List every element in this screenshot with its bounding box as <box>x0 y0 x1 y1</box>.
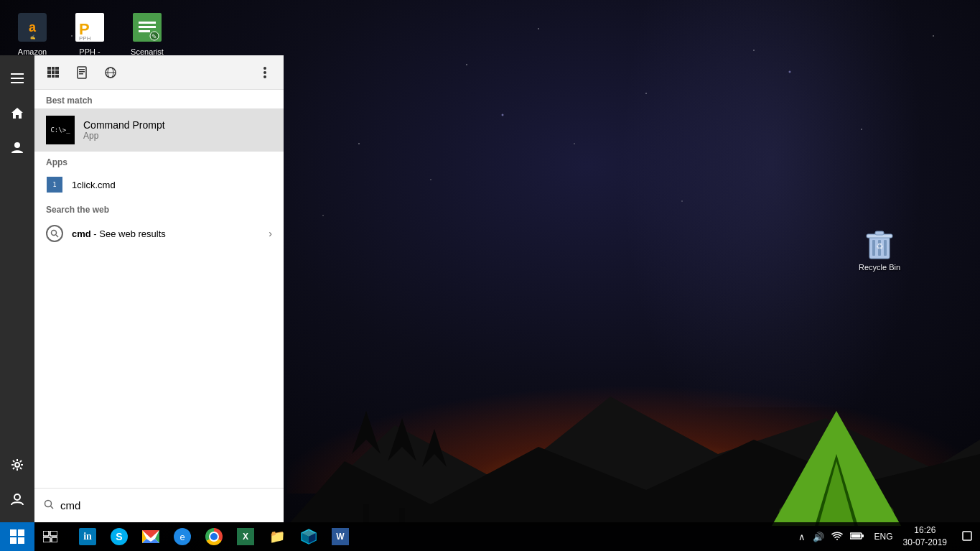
taskbar-icon-ie[interactable]: e <box>167 522 198 551</box>
svg-text:✍: ✍ <box>30 34 36 40</box>
taskbar-icon-linkedin[interactable]: in <box>72 522 103 551</box>
clock-time: 16:26 <box>914 524 935 537</box>
svg-rect-39 <box>79 69 85 70</box>
notification-button[interactable] <box>954 522 980 551</box>
search-bar-icon <box>43 499 55 513</box>
svg-rect-32 <box>11 78 24 79</box>
taskbar-icon-photos[interactable] <box>293 522 325 551</box>
search-results: Best match C:\>_ Command Prompt App Apps… <box>34 90 284 488</box>
ie-icon: e <box>174 528 191 545</box>
svg-point-50 <box>45 500 52 506</box>
tray-language[interactable]: ENG <box>872 532 896 542</box>
svg-rect-69 <box>963 532 971 540</box>
taskbar-icons: in S e X 📁 <box>72 522 356 551</box>
scenarist-icon: ✎ <box>130 10 164 45</box>
sidebar-settings-button[interactable] <box>0 448 34 482</box>
command-prompt-type: App <box>83 131 165 141</box>
start-menu: Best match C:\>_ Command Prompt App Apps… <box>0 55 284 522</box>
svg-point-48 <box>52 231 57 236</box>
app-item-1click-cmd[interactable]: 1 1click.cmd <box>34 170 284 199</box>
best-match-header: Best match <box>34 90 284 108</box>
svg-rect-27 <box>884 240 887 256</box>
search-bar <box>34 488 284 522</box>
toolbar-document-view-button[interactable] <box>69 60 95 85</box>
sidebar-person-button[interactable] <box>0 130 34 165</box>
task-view-button[interactable] <box>34 522 66 551</box>
clock-date: 30-07-2019 <box>903 537 947 549</box>
photos-icon <box>300 528 317 545</box>
search-input[interactable] <box>60 499 275 511</box>
command-prompt-icon: C:\>_ <box>46 116 75 144</box>
toolbar-globe-button[interactable] <box>98 60 123 85</box>
tray-battery-icon[interactable] <box>849 530 866 544</box>
svg-rect-26 <box>878 240 881 256</box>
sidebar-home-button[interactable] <box>0 96 34 130</box>
web-search-suffix: - See web results <box>93 228 165 239</box>
desktop-icon-scenarist[interactable]: ✎ Scenarist <box>118 7 176 60</box>
taskbar-icon-gmail[interactable] <box>135 522 167 551</box>
gmail-icon <box>142 530 159 543</box>
tent <box>765 397 908 526</box>
web-search-icon <box>46 225 63 242</box>
taskbar-icon-skype[interactable]: S <box>103 522 135 551</box>
command-prompt-info: Command Prompt App <box>83 119 165 141</box>
svg-point-47 <box>263 75 266 78</box>
taskbar: in S e X 📁 <box>0 522 980 551</box>
svg-rect-19 <box>139 22 156 24</box>
tray-show-hidden-button[interactable]: ∧ <box>797 530 807 544</box>
pph-icon: P PPH <box>73 10 107 45</box>
svg-rect-38 <box>78 67 86 78</box>
web-search-query: cmd <box>72 228 91 239</box>
svg-text:♻: ♻ <box>876 241 884 251</box>
svg-rect-67 <box>862 534 864 537</box>
sidebar-hamburger-button[interactable] <box>0 61 34 96</box>
excel-icon: X <box>237 528 254 545</box>
web-search-text: cmd - See web results <box>72 228 269 239</box>
toolbar-more-options-button[interactable] <box>252 60 278 85</box>
apps-header: Apps <box>34 152 284 170</box>
recycle-bin-icon: ♻ <box>862 226 897 260</box>
taskbar-icon-excel[interactable]: X <box>230 522 261 551</box>
clock[interactable]: 16:26 30-07-2019 <box>896 522 954 551</box>
svg-rect-41 <box>79 73 83 75</box>
taskbar-icon-explorer[interactable]: 📁 <box>261 522 293 551</box>
skype-icon: S <box>111 528 128 545</box>
svg-text:PPH: PPH <box>79 35 91 42</box>
svg-rect-53 <box>50 531 57 536</box>
start-sidebar <box>0 55 34 522</box>
best-match-item-cmd[interactable]: C:\>_ Command Prompt App <box>34 108 284 152</box>
web-search-item[interactable]: cmd - See web results › <box>34 218 284 249</box>
svg-rect-20 <box>139 26 156 28</box>
1click-cmd-name: 1click.cmd <box>72 180 116 190</box>
recycle-bin[interactable]: ♻ Recycle Bin <box>851 223 908 274</box>
amazon-storywriter-icon: a ✍ <box>15 10 50 45</box>
sidebar-user-button[interactable] <box>0 482 34 517</box>
svg-text:✎: ✎ <box>151 33 157 40</box>
svg-rect-29 <box>875 231 884 235</box>
svg-rect-21 <box>139 30 150 32</box>
start-main: Best match C:\>_ Command Prompt App Apps… <box>34 55 284 522</box>
chrome-icon <box>205 528 223 545</box>
svg-rect-28 <box>867 234 892 238</box>
1click-cmd-icon: 1 <box>46 176 63 193</box>
taskbar-icon-word[interactable]: W <box>325 522 356 551</box>
svg-point-35 <box>14 142 20 148</box>
svg-marker-34 <box>11 108 23 119</box>
svg-point-36 <box>15 463 19 467</box>
svg-rect-33 <box>11 82 24 83</box>
svg-text:a: a <box>29 20 37 34</box>
tray-volume-icon[interactable]: 🔊 <box>811 530 826 544</box>
svg-point-45 <box>263 67 266 70</box>
svg-rect-40 <box>79 71 85 73</box>
start-button[interactable] <box>0 522 34 551</box>
start-toolbar <box>34 55 284 90</box>
linkedin-icon: in <box>79 528 96 545</box>
toolbar-grid-view-button[interactable] <box>40 60 66 85</box>
svg-rect-54 <box>43 537 50 542</box>
tray-network-icon[interactable] <box>830 530 844 544</box>
svg-rect-68 <box>851 534 860 537</box>
taskbar-icon-chrome[interactable] <box>198 522 230 551</box>
recycle-bin-label: Recycle Bin <box>859 263 900 272</box>
tray-icons: ∧ 🔊 <box>791 530 872 544</box>
svg-rect-25 <box>872 240 875 256</box>
